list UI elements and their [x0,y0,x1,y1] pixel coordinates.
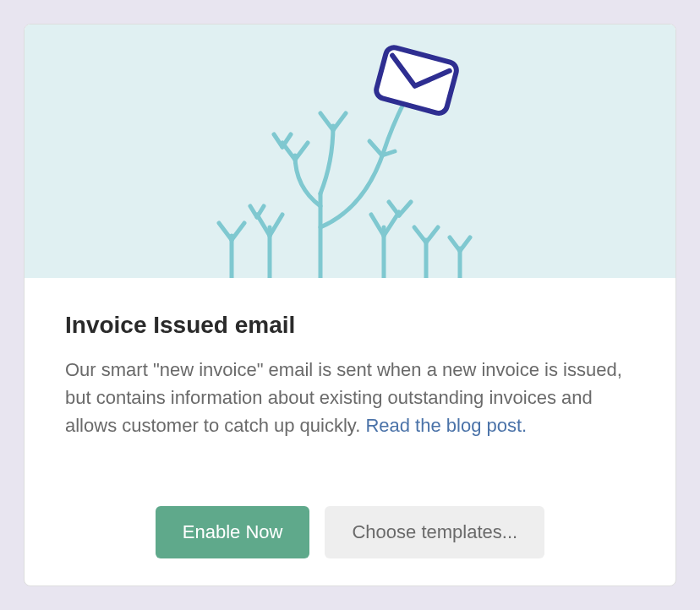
branches-envelope-illustration [172,25,528,278]
card-actions: Enable Now Choose templates... [65,498,635,558]
svg-rect-0 [375,46,458,115]
card-body: Invoice Issued email Our smart "new invo… [25,278,675,585]
card-description-text: Our smart "new invoice" email is sent wh… [65,359,622,436]
enable-now-button[interactable]: Enable Now [156,506,310,558]
choose-templates-button[interactable]: Choose templates... [325,506,544,558]
feature-card: Invoice Issued email Our smart "new invo… [24,24,676,586]
card-description: Our smart "new invoice" email is sent wh… [65,356,635,439]
card-title: Invoice Issued email [65,312,635,339]
card-illustration [25,25,675,278]
envelope-icon [375,46,458,115]
read-blog-link[interactable]: Read the blog post. [365,415,527,436]
